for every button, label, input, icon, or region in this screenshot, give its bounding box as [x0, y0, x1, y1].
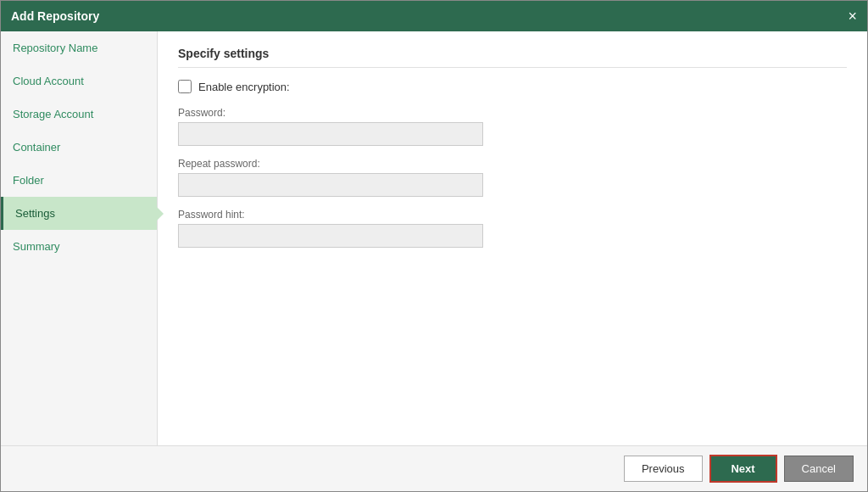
- sidebar-item-settings[interactable]: Settings: [1, 197, 157, 230]
- next-button[interactable]: Next: [709, 455, 777, 483]
- repeat-password-group: Repeat password:: [178, 158, 847, 197]
- sidebar-item-folder[interactable]: Folder: [1, 164, 157, 197]
- password-label: Password:: [178, 107, 847, 119]
- dialog-footer: Previous Next Cancel: [1, 445, 867, 491]
- add-repository-dialog: Add Repository × Repository Name Cloud A…: [0, 0, 868, 492]
- previous-button[interactable]: Previous: [624, 456, 703, 482]
- repeat-password-input[interactable]: [178, 173, 483, 197]
- sidebar-item-storage-account[interactable]: Storage Account: [1, 98, 157, 131]
- password-hint-label: Password hint:: [178, 209, 847, 221]
- cancel-button[interactable]: Cancel: [784, 456, 854, 482]
- sidebar-item-summary[interactable]: Summary: [1, 230, 157, 263]
- sidebar-item-container[interactable]: Container: [1, 131, 157, 164]
- sidebar: Repository Name Cloud Account Storage Ac…: [1, 31, 158, 445]
- password-hint-input[interactable]: [178, 224, 483, 248]
- password-hint-group: Password hint:: [178, 209, 847, 248]
- section-title: Specify settings: [178, 47, 847, 68]
- enable-encryption-label[interactable]: Enable encryption:: [198, 81, 290, 93]
- dialog-titlebar: Add Repository ×: [1, 1, 867, 31]
- dialog-title: Add Repository: [11, 9, 99, 23]
- enable-encryption-row: Enable encryption:: [178, 80, 847, 93]
- main-content: Specify settings Enable encryption: Pass…: [158, 31, 867, 445]
- close-button[interactable]: ×: [848, 8, 857, 24]
- repeat-password-label: Repeat password:: [178, 158, 847, 170]
- sidebar-item-cloud-account[interactable]: Cloud Account: [1, 64, 157, 98]
- password-group: Password:: [178, 107, 847, 146]
- password-input[interactable]: [178, 122, 483, 146]
- sidebar-item-repository-name[interactable]: Repository Name: [1, 31, 157, 64]
- dialog-body: Repository Name Cloud Account Storage Ac…: [1, 31, 867, 445]
- enable-encryption-checkbox[interactable]: [178, 80, 192, 93]
